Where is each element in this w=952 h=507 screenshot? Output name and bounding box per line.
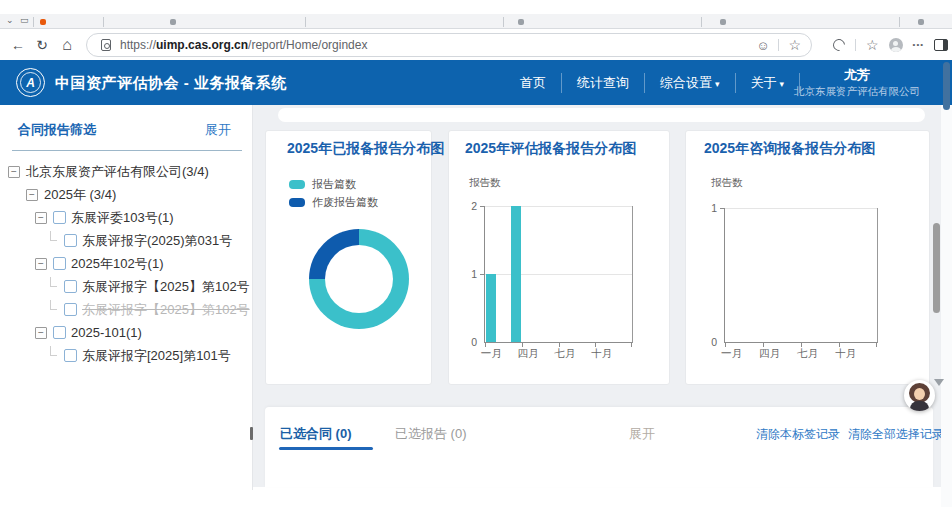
tab-separator xyxy=(701,17,702,27)
tab-favicon[interactable] xyxy=(170,19,176,25)
user-menu[interactable]: 尤芳 北京东展资产评估有限公司 xyxy=(781,60,933,105)
legend-label: 报告篇数 xyxy=(312,177,356,192)
site-info-icon[interactable] xyxy=(101,39,111,51)
tree-label: 2025-101(1) xyxy=(71,325,142,340)
tree-label: 北京东展资产评估有限公司(3/4) xyxy=(26,163,209,181)
collapse-icon[interactable]: − xyxy=(8,166,20,178)
back-icon[interactable]: ← xyxy=(8,35,28,55)
app-title: 中国资产评估协会 - 业务报备系统 xyxy=(55,74,287,93)
tree-row-report[interactable]: 东展评报字[2025]第101号 xyxy=(0,344,253,367)
active-tab-underline xyxy=(279,447,373,450)
bar-plot: 1 0 一月 四月 七月 十月 xyxy=(724,208,878,343)
cas-logo: A xyxy=(16,68,45,97)
nav-item-settings[interactable]: 综合设置▾ xyxy=(645,74,735,92)
clear-all-records-link[interactable]: 清除全部选择记录 xyxy=(848,426,944,443)
url-path: /report/Home/orgindex xyxy=(248,38,367,52)
x-tick-label: 一月 xyxy=(721,347,742,361)
tree-checkbox[interactable] xyxy=(64,349,77,362)
nav-label: 综合设置 xyxy=(660,75,712,90)
tree-connector xyxy=(50,231,57,241)
tab-list-icon[interactable]: ▭ xyxy=(20,15,29,25)
donut-chart[interactable] xyxy=(309,229,409,329)
browser-scrollbar-thumb[interactable] xyxy=(943,62,950,110)
collapse-icon[interactable]: − xyxy=(35,258,47,270)
legend-item-voided[interactable]: 作废报告篇数 xyxy=(289,195,378,210)
tab-favicon[interactable] xyxy=(720,19,726,25)
tree-label: 2025年 (3/4) xyxy=(44,186,116,204)
tree-row-report-voided[interactable]: 东展评报字【2025】第102号 xyxy=(0,298,253,321)
tree-checkbox[interactable] xyxy=(53,211,66,224)
panel-expand-link[interactable]: 展开 xyxy=(629,425,655,443)
refresh-icon[interactable]: ↻ xyxy=(32,35,52,55)
browser-toolbar: ← ↻ ⌂ https://uimp.cas.org.cn/report/Hom… xyxy=(0,29,952,60)
avatar-body xyxy=(910,401,929,411)
tree-connector xyxy=(50,346,57,356)
sidebar-divider xyxy=(12,150,242,151)
tree-checkbox[interactable] xyxy=(64,280,77,293)
tab-separator xyxy=(305,17,306,27)
legend-label: 作废报告篇数 xyxy=(312,195,378,210)
tab-favicon[interactable] xyxy=(40,19,46,25)
tree-checkbox[interactable] xyxy=(53,326,66,339)
tree-checkbox[interactable] xyxy=(64,303,77,316)
tree-row-year[interactable]: − 2025年 (3/4) xyxy=(0,183,253,206)
browser-profile-icon[interactable] xyxy=(889,38,903,52)
collections-icon[interactable]: ☆ xyxy=(866,38,879,52)
tree-connector xyxy=(50,300,57,310)
home-icon[interactable]: ⌂ xyxy=(57,35,77,55)
chart-card-filed-reports: 2025年已报备报告分布图 报告篇数 作废报告篇数 xyxy=(265,130,432,385)
chart-title: 2025年评估报备报告分布图 xyxy=(465,140,636,158)
gridline xyxy=(725,208,877,209)
url-text[interactable]: https://uimp.cas.org.cn/report/Home/orgi… xyxy=(120,38,367,52)
tab-overflow-icon[interactable]: ⌄ xyxy=(6,15,14,25)
selection-panel: 已选合同 (0) 已选报告 (0) 展开 清除本标签记录 清除全部选择记录 xyxy=(265,407,933,487)
tree-row-contract[interactable]: − 2025-101(1) xyxy=(0,321,253,344)
address-bar[interactable]: https://uimp.cas.org.cn/report/Home/orgi… xyxy=(86,33,812,57)
tree-row-report[interactable]: 东展评报字(2025)第031号 xyxy=(0,229,253,252)
widget-collapse-icon[interactable] xyxy=(934,379,944,386)
feedback-smiley-icon[interactable]: ☺ xyxy=(756,39,769,52)
sidebar-expand-link[interactable]: 展开 xyxy=(205,121,231,139)
nav-item-statistics[interactable]: 统计查询 xyxy=(562,74,644,92)
bar-三月 xyxy=(511,206,521,342)
collapse-icon[interactable]: − xyxy=(35,212,47,224)
gridline xyxy=(485,274,632,275)
tab-selected-reports[interactable]: 已选报告 (0) xyxy=(395,425,467,443)
browser-scrollbar-track[interactable] xyxy=(941,105,952,507)
y-tick: 1 xyxy=(703,202,717,214)
chevron-down-icon: ▾ xyxy=(715,79,720,89)
chart-title: 2025年已报备报告分布图 xyxy=(287,140,444,158)
tab-favicon[interactable] xyxy=(518,19,524,25)
panel-resize-handle[interactable] xyxy=(250,427,253,440)
tab-separator xyxy=(103,17,104,27)
tree-row-report[interactable]: 东展评报字【2025】第102号 xyxy=(0,275,253,298)
nav-label: 统计查询 xyxy=(577,75,629,90)
tree-checkbox[interactable] xyxy=(64,234,77,247)
clear-tab-records-link[interactable]: 清除本标签记录 xyxy=(756,426,840,443)
tree-checkbox[interactable] xyxy=(53,257,66,270)
browser-tab-strip: ⌄ ▭ xyxy=(0,14,952,29)
cas-logo-letter: A xyxy=(20,72,41,93)
window-top-strip xyxy=(0,0,952,14)
user-company: 北京东展资产评估有限公司 xyxy=(794,85,920,99)
legend-item-reports[interactable]: 报告篇数 xyxy=(289,177,356,192)
y-axis-label: 报告数 xyxy=(711,176,743,190)
x-tick-label: 一月 xyxy=(481,347,502,361)
browser-essentials-icon[interactable] xyxy=(831,37,848,54)
tree-row-contract[interactable]: − 2025年102号(1) xyxy=(0,252,253,275)
sidebar-toggle-icon[interactable] xyxy=(934,39,948,51)
nav-item-home[interactable]: 首页 xyxy=(505,74,561,92)
tab-selected-contracts[interactable]: 已选合同 (0) xyxy=(280,425,352,443)
favorites-star-icon[interactable]: ☆ xyxy=(788,38,801,52)
collapse-icon[interactable]: − xyxy=(35,327,47,339)
y-tick: 1 xyxy=(463,268,477,280)
tree-row-contract[interactable]: − 东展评委103号(1) xyxy=(0,206,253,229)
more-menu-icon[interactable]: ••• xyxy=(913,41,924,49)
contract-tree: − 北京东展资产评估有限公司(3/4) − 2025年 (3/4) − 东展评委… xyxy=(0,160,253,367)
tab-favicon[interactable] xyxy=(918,19,924,25)
tree-row-company[interactable]: − 北京东展资产评估有限公司(3/4) xyxy=(0,160,253,183)
page-scrollbar-thumb[interactable] xyxy=(933,223,940,313)
collapse-icon[interactable]: − xyxy=(26,189,38,201)
assistant-avatar[interactable] xyxy=(904,380,935,411)
nav-label: 关于 xyxy=(751,75,777,90)
